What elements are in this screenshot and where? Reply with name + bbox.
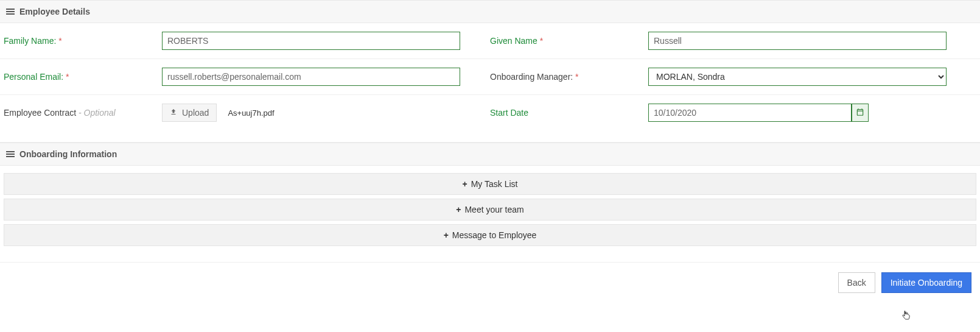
meet-team-item[interactable]: +Meet your team <box>4 199 976 221</box>
onboarding-manager-select[interactable]: MORLAN, Sondra <box>648 68 947 86</box>
item-label: Message to Employee <box>452 230 537 240</box>
plus-icon: + <box>444 230 449 240</box>
menu-icon <box>6 9 15 15</box>
initiate-onboarding-button[interactable]: Initiate Onboarding <box>881 272 971 293</box>
upload-button[interactable]: Upload <box>162 104 217 122</box>
task-list-item[interactable]: +My Task List <box>4 173 976 195</box>
required-icon: * <box>575 72 578 82</box>
employee-details-header[interactable]: Employee Details <box>0 0 980 23</box>
required-icon: * <box>58 36 61 46</box>
calendar-button[interactable] <box>852 104 869 122</box>
family-name-input[interactable] <box>162 32 460 50</box>
back-button[interactable]: Back <box>838 272 875 293</box>
onboarding-info-header[interactable]: Onboarding Information <box>0 143 980 166</box>
plus-icon: + <box>456 205 461 214</box>
personal-email-input[interactable] <box>162 68 460 86</box>
item-label: My Task List <box>471 179 518 189</box>
start-date-label: Start Date <box>490 108 648 118</box>
back-label: Back <box>847 278 866 288</box>
employee-details-title: Employee Details <box>19 7 90 16</box>
plus-icon: + <box>463 179 467 189</box>
upload-icon <box>170 108 177 118</box>
onboarding-manager-label: Onboarding Manager: * <box>490 72 648 82</box>
required-icon: * <box>540 36 543 46</box>
onboarding-info-title: Onboarding Information <box>19 149 117 159</box>
initiate-label: Initiate Onboarding <box>891 278 962 288</box>
calendar-icon <box>856 108 864 118</box>
given-name-label: Given Name * <box>490 36 648 46</box>
required-icon: * <box>66 72 69 82</box>
upload-label: Upload <box>182 108 209 118</box>
start-date-input[interactable] <box>648 104 852 122</box>
optional-text: - Optional <box>79 108 116 118</box>
personal-email-label: Personal Email: * <box>4 72 162 82</box>
item-label: Meet your team <box>464 205 523 214</box>
employee-contract-label: Employee Contract - Optional <box>4 108 162 118</box>
message-employee-item[interactable]: +Message to Employee <box>4 224 976 246</box>
given-name-input[interactable] <box>648 32 947 50</box>
menu-icon <box>6 151 15 157</box>
uploaded-file-name: As+uuj7h.pdf <box>228 108 274 118</box>
family-name-label: Family Name: * <box>4 36 162 46</box>
